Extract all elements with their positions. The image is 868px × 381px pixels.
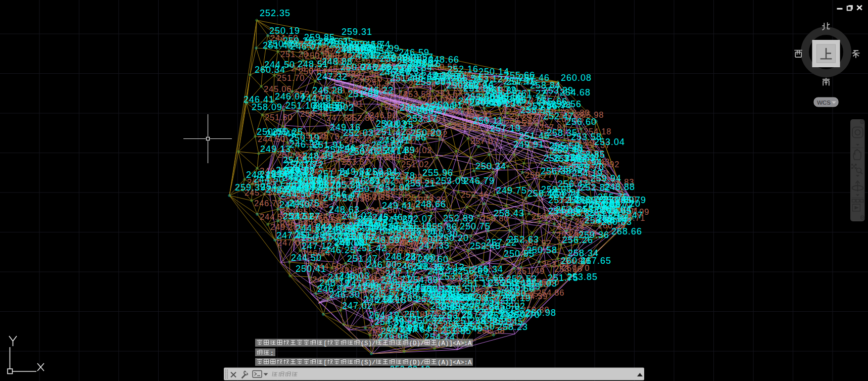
svg-text:257.07: 257.07 [470,136,498,146]
svg-text:247.02: 247.02 [342,301,373,311]
svg-text:252.35: 252.35 [260,8,291,18]
svg-text:247.33: 247.33 [419,241,450,251]
svg-text:251.75: 251.75 [490,305,520,315]
svg-text:246.62: 246.62 [408,323,439,333]
svg-text:248.66: 248.66 [415,199,446,209]
svg-text:251.50: 251.50 [265,113,293,122]
svg-text:257.14: 257.14 [548,195,579,205]
svg-text:251.02: 251.02 [323,103,354,113]
svg-text:[: [ [323,359,327,366]
svg-text:260.34: 260.34 [255,65,285,75]
svg-text:250.34: 250.34 [475,161,506,171]
svg-text:256.26: 256.26 [562,235,593,245]
svg-text:253.85: 253.85 [601,195,632,205]
svg-text:246.79: 246.79 [464,176,495,186]
svg-text:249.41: 249.41 [382,201,413,211]
svg-text:250.14: 250.14 [377,146,408,156]
svg-text:(S)/: (S)/ [361,359,376,366]
svg-text:244.78: 244.78 [301,93,331,104]
svg-text:255.86: 255.86 [426,222,457,232]
svg-text:247.90: 247.90 [405,253,436,263]
svg-text:259.31: 259.31 [342,27,372,37]
svg-text::: : [270,350,274,357]
svg-text:249.13: 249.13 [260,144,291,154]
svg-text:256.69: 256.69 [458,266,489,276]
svg-text:258.09: 258.09 [252,102,282,112]
svg-text:250.86: 250.86 [396,132,426,142]
svg-text:252.47: 252.47 [543,111,574,121]
svg-text:WCS: WCS [817,100,831,106]
svg-text:252.64: 252.64 [556,205,587,215]
svg-text:253.88: 253.88 [397,58,428,68]
svg-text:251.91: 251.91 [504,76,535,86]
svg-text:247.45: 247.45 [266,129,297,139]
svg-text:257.22: 257.22 [486,237,517,248]
svg-text:260.08: 260.08 [561,73,592,83]
svg-text:(A)]<A>:A: (A)]<A>:A [438,340,472,347]
svg-text:247.32: 247.32 [317,72,348,82]
svg-text:246.91: 246.91 [317,284,348,294]
svg-text:253.81: 253.81 [553,154,584,164]
svg-text:246.50: 246.50 [389,223,419,233]
svg-text:252.46: 252.46 [461,190,489,199]
svg-text:254.54: 254.54 [283,155,314,165]
svg-text:262.94: 262.94 [597,214,628,224]
svg-text:244.50: 244.50 [291,253,322,263]
svg-text:253.51: 253.51 [283,211,314,221]
svg-text:(S)/: (S)/ [361,340,376,347]
svg-text:251.47: 251.47 [347,254,378,264]
svg-text:250.03: 250.03 [376,119,407,129]
svg-text:250.19: 250.19 [269,26,300,36]
svg-text:260.40: 260.40 [552,145,583,155]
svg-text:260.98: 260.98 [525,308,556,318]
svg-text:251.69: 251.69 [348,89,379,99]
svg-text:246.73: 246.73 [254,199,282,208]
svg-text:253.58: 253.58 [571,132,602,142]
svg-text:254.68: 254.68 [560,87,591,98]
svg-text:255.86: 255.86 [527,101,558,111]
svg-text:261.17: 261.17 [404,309,435,319]
svg-text:250.07: 250.07 [341,62,371,72]
svg-text:257.36: 257.36 [462,309,493,319]
svg-text:251.37: 251.37 [342,157,369,166]
svg-text:268.66: 268.66 [611,226,642,236]
svg-text:249.91: 249.91 [513,139,544,150]
svg-text:249.98: 249.98 [354,170,384,180]
svg-text:253.09: 253.09 [436,176,466,186]
svg-text:246.33: 246.33 [290,139,320,150]
svg-text:248.88: 248.88 [604,182,635,192]
svg-text:247.84: 247.84 [326,113,354,122]
svg-text:244.50: 244.50 [296,223,326,233]
svg-text:252.03: 252.03 [343,128,374,138]
svg-text:250.58: 250.58 [526,245,557,255]
svg-text:247.61: 247.61 [346,278,376,289]
svg-text:250.70: 250.70 [288,176,319,186]
svg-text:250.41: 250.41 [296,264,326,274]
svg-text:254.86: 254.86 [537,288,564,297]
svg-text:(A)]<A>:A: (A)]<A>:A [438,359,472,366]
svg-text:247.28: 247.28 [421,70,452,80]
svg-text:248.63: 248.63 [329,205,360,215]
svg-text:267.65: 267.65 [581,256,611,266]
svg-text:248.99: 248.99 [401,287,432,297]
svg-text:258.23: 258.23 [497,322,528,332]
svg-text:264.19: 264.19 [369,310,400,320]
svg-text:258.43: 258.43 [494,208,524,218]
svg-text:247.99: 247.99 [369,43,400,54]
svg-text:247.75: 247.75 [289,198,320,208]
svg-text:248.35: 248.35 [412,262,443,272]
svg-text:(D)/: (D)/ [409,340,424,347]
svg-text:253.66: 253.66 [496,94,527,105]
svg-text:250.11: 250.11 [473,116,503,126]
svg-text:249.98: 249.98 [334,238,365,248]
svg-text:249.70: 249.70 [573,162,604,172]
svg-text:246.47: 246.47 [330,189,361,200]
svg-text:253.12: 253.12 [472,74,503,84]
svg-text:[: [ [323,340,327,347]
svg-text:246.37: 246.37 [340,143,370,153]
svg-text:246.47: 246.47 [400,103,430,113]
svg-text:250.91: 250.91 [432,100,463,110]
svg-text:249.75: 249.75 [496,185,527,196]
svg-text:253.85: 253.85 [567,272,598,282]
